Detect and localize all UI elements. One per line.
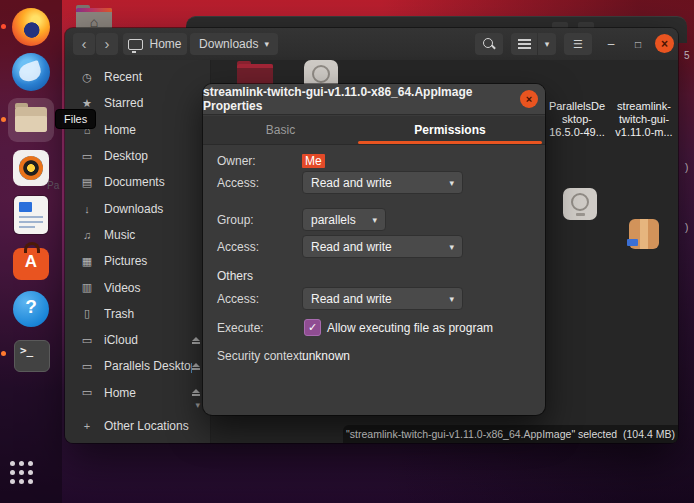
others-access-label: Access: <box>217 292 259 306</box>
drive-icon: ▭ <box>79 360 95 373</box>
active-tab-underline <box>358 141 542 144</box>
sidebar-item-label: Trash <box>104 307 210 321</box>
dropdown-value: Read and write <box>311 176 441 190</box>
eject-icon[interactable] <box>192 389 200 396</box>
sidebar-item-videos[interactable]: ▥Videos <box>65 274 210 300</box>
dropdown-value: parallels <box>311 213 364 227</box>
group-access-dropdown[interactable]: Read and write ▾ <box>302 235 463 258</box>
sidebar-scroll-indicator-icon: ▾ <box>195 400 200 410</box>
dock-item-ubuntu-software[interactable]: A <box>13 243 51 281</box>
desktop-label-fragment: ) <box>685 222 688 233</box>
firefox-icon <box>12 8 50 46</box>
download-icon: ↓ <box>79 203 95 215</box>
writer-icon <box>14 196 48 234</box>
others-section-label: Others <box>217 269 253 283</box>
running-indicator <box>1 351 6 356</box>
back-button[interactable]: ‹ <box>73 33 95 55</box>
dock-item-terminal[interactable]: >_ <box>14 337 52 375</box>
file-label[interactable]: streamlink- twitch-gui- v1.11.0-m... <box>604 100 684 139</box>
view-toggle-button[interactable] <box>511 33 537 55</box>
close-icon: × <box>526 94 532 105</box>
grid-dot <box>28 470 33 475</box>
location-label: Downloads <box>199 37 258 51</box>
sidebar-item-icloud[interactable]: ▭iCloud <box>65 327 210 353</box>
group-dropdown[interactable]: parallels ▾ <box>302 208 386 231</box>
window-close-button[interactable]: × <box>655 34 674 53</box>
question-mark: ? <box>13 296 49 318</box>
sidebar-item-label: Home <box>104 123 210 137</box>
writer-block <box>19 202 32 212</box>
dock-item-firefox[interactable] <box>12 8 50 46</box>
grid-dot <box>10 470 15 475</box>
dock-item-thunderbird[interactable] <box>12 53 50 91</box>
rhythmbox-icon <box>13 150 49 186</box>
eject-icon[interactable] <box>192 337 200 344</box>
file-icon-parallels-installer[interactable] <box>563 188 597 220</box>
sidebar-item-pictures[interactable]: ▦Pictures <box>65 248 210 274</box>
writer-line <box>19 226 35 228</box>
dock-item-rhythmbox[interactable] <box>13 150 51 188</box>
tab-permissions[interactable]: Permissions <box>358 116 542 144</box>
dock-tooltip: Files <box>55 109 96 129</box>
group-access-label: Access: <box>217 240 259 254</box>
grid-dot <box>28 461 33 466</box>
folder-front <box>15 116 47 132</box>
search-button[interactable] <box>475 33 503 55</box>
view-options-button[interactable]: ▾ <box>538 33 556 55</box>
sidebar-item-home-drive[interactable]: ▭Home <box>65 380 210 406</box>
sidebar-item-label: Music <box>104 228 210 242</box>
document-icon: ▤ <box>79 176 95 189</box>
execute-checkbox-label[interactable]: Allow executing file as program <box>327 321 493 335</box>
sidebar-item-other-locations[interactable]: +Other Locations <box>65 413 210 439</box>
app-grid-button[interactable] <box>10 461 34 485</box>
sidebar-item-desktop[interactable]: ▭Desktop <box>65 143 210 169</box>
list-view-icon <box>518 38 531 50</box>
sidebar-item-documents[interactable]: ▤Documents <box>65 169 210 195</box>
sidebar-item-label: Home <box>104 386 192 400</box>
eject-icon[interactable] <box>192 363 200 370</box>
owner-access-label: Access: <box>217 176 259 190</box>
home-path-button[interactable]: Home <box>123 33 187 55</box>
owner-label: Owner: <box>217 154 256 168</box>
sidebar-item-label: iCloud <box>104 333 192 347</box>
folder-accent-strip <box>76 8 112 12</box>
dock-item-help[interactable]: ? <box>13 291 51 329</box>
prompt-glyph: >_ <box>20 344 33 357</box>
dialog-close-button[interactable]: × <box>520 90 538 108</box>
owner-access-dropdown[interactable]: Read and write ▾ <box>302 171 463 194</box>
thunderbird-icon <box>12 53 50 91</box>
chevron-down-icon: ▾ <box>449 178 454 188</box>
dock-item-files[interactable] <box>12 102 50 140</box>
search-icon <box>482 37 496 51</box>
sidebar-item-trash[interactable]: ▯Trash <box>65 301 210 327</box>
menu-button[interactable]: ☰ <box>564 33 592 55</box>
maximize-button[interactable]: □ <box>628 33 648 55</box>
bag-letter: A <box>13 252 49 272</box>
minimize-button[interactable]: – <box>601 33 621 55</box>
dock-item-libreoffice-writer[interactable] <box>14 196 52 234</box>
security-context-label: Security context: <box>217 349 306 363</box>
dock: A ? >_ <box>0 0 62 503</box>
sidebar-item-recent[interactable]: ◷Recent <box>65 64 210 90</box>
grid-dot <box>19 470 24 475</box>
grid-dot <box>19 461 24 466</box>
location-path-button[interactable]: Downloads ▾ <box>190 33 278 55</box>
sidebar-item-label: Downloads <box>104 202 210 216</box>
owner-value-highlight: Me <box>302 154 325 168</box>
sidebar-item-music[interactable]: ♫Music <box>65 222 210 248</box>
running-indicator <box>1 117 6 122</box>
forward-button[interactable]: › <box>96 33 118 55</box>
file-icon-appimage-selected[interactable] <box>629 219 659 249</box>
sidebar-item-label: Other Locations <box>104 419 210 433</box>
desktop-label-fragment: ) <box>685 162 688 173</box>
check-icon: ✓ <box>308 321 317 333</box>
sidebar-item-parallels-desktop[interactable]: ▭Parallels Desktop 16 <box>65 353 210 379</box>
tab-basic[interactable]: Basic <box>203 116 358 144</box>
drive-icon: ▭ <box>79 386 95 399</box>
sidebar-item-downloads[interactable]: ↓Downloads <box>65 195 210 221</box>
others-access-dropdown[interactable]: Read and write ▾ <box>302 287 463 310</box>
help-icon: ? <box>13 291 49 327</box>
execute-checkbox[interactable]: ✓ <box>304 319 321 336</box>
chevron-down-icon: ▾ <box>449 242 454 252</box>
executable-badge <box>627 239 638 246</box>
